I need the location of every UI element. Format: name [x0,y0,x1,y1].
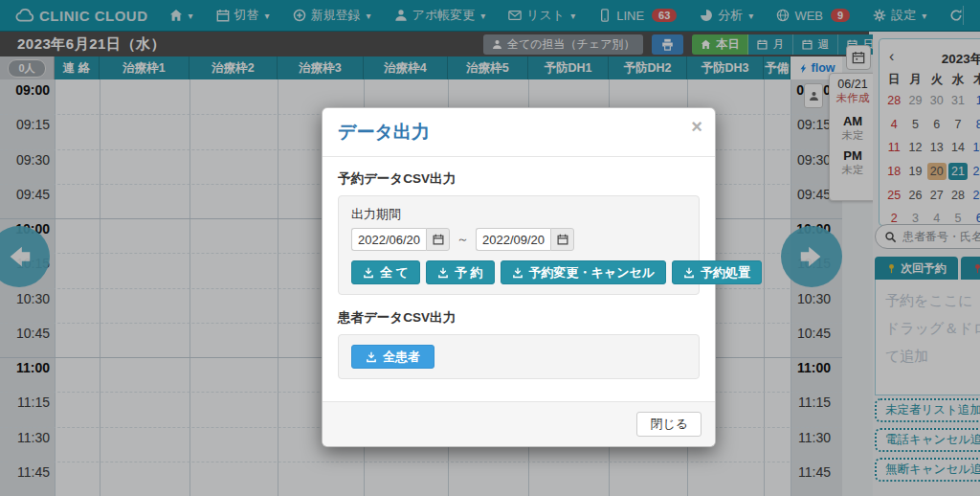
export-all-patients-label: 全患者 [383,349,420,366]
download-icon [366,351,377,363]
reservation-export-panel: 出力期間 ～ 全 て予 約予約変更・キャンセル予約処置 [338,195,700,295]
data-export-modal: データ出力 × 予約データCSV出力 出力期間 ～ 全 て予 [322,107,716,447]
export-button-2[interactable]: 予 約 [426,260,495,284]
export-all-patients-button[interactable]: 全患者 [351,345,434,369]
clinic-cloud-app: CLINIC CLOUD ▾切替▾新規登録▾アポ帳変更▾リスト▾LINE63分析… [0,0,980,496]
calendar-icon [433,234,444,245]
download-icon [683,267,695,279]
close-icon[interactable]: × [691,117,702,136]
modal-title: データ出力 [338,122,430,142]
download-icon [512,267,523,279]
date-to-picker-button[interactable] [550,228,574,251]
export-button-1[interactable]: 全 て [351,260,420,284]
date-from-picker-button[interactable] [426,228,450,251]
download-icon [437,267,449,279]
export-button-label: 予 約 [455,264,483,282]
download-icon [363,267,374,279]
export-button-label: 予約処置 [701,264,750,282]
patient-export-panel: 全患者 [338,334,700,379]
date-from-input[interactable] [351,228,426,251]
modal-close-button[interactable]: 閉じる [636,412,702,437]
export-button-label: 全 て [380,264,409,282]
calendar-icon [557,234,568,245]
reservation-csv-section-label: 予約データCSV出力 [338,170,700,188]
date-to-input[interactable] [476,228,550,251]
patient-csv-section-label: 患者データCSV出力 [338,309,700,327]
export-button-3[interactable]: 予約変更・キャンセル [501,260,667,284]
export-button-4[interactable]: 予約処置 [672,260,762,284]
export-period-label: 出力期間 [351,206,686,223]
export-button-label: 予約変更・キャンセル [529,264,656,282]
date-range-tilde: ～ [457,231,469,248]
